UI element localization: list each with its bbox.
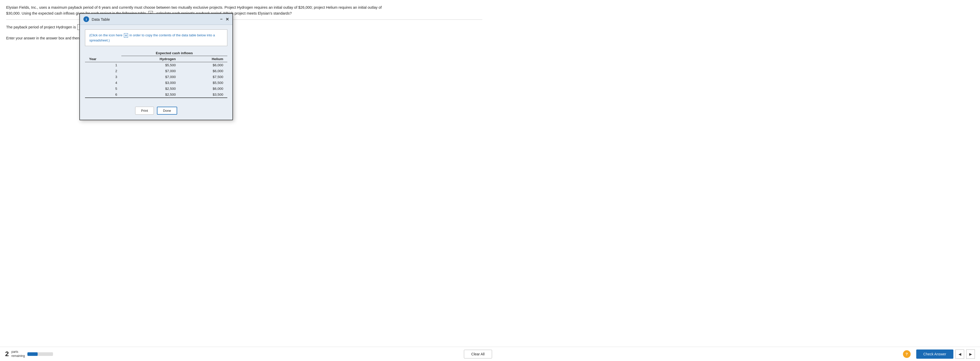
answer-row: The payback period of project Hydrogen i… — [6, 24, 484, 30]
cell-hydrogen: $2,500 — [121, 92, 180, 98]
col-year-header: Year — [85, 56, 121, 62]
cell-year: 2 — [85, 68, 121, 74]
modal-instruction: (Click on the icon here ⊞ in order to co… — [85, 29, 228, 46]
minimize-button[interactable]: − — [220, 17, 223, 21]
done-button[interactable]: Done — [157, 107, 177, 115]
modal-header: i Data Table − ✕ — [80, 14, 232, 25]
cell-hydrogen: $3,000 — [121, 80, 180, 86]
close-button[interactable]: ✕ — [226, 17, 229, 22]
problem-text-part1: Elysian Fields, Inc., uses a maximum pay… — [6, 5, 382, 10]
table-row: 6$2,500$3,500 — [85, 92, 228, 98]
col-helium-header: Helium — [180, 56, 228, 62]
cell-hydrogen: $5,500 — [121, 62, 180, 68]
table-row: 5$2,500$6,000 — [85, 86, 228, 92]
table-row: 4$3,000$5,500 — [85, 80, 228, 86]
print-button[interactable]: Print — [135, 107, 154, 115]
col-hydrogen-header: Hydrogen — [121, 56, 180, 62]
main-content: Elysian Fields, Inc., uses a maximum pay… — [0, 0, 490, 40]
expected-cash-inflows-header: Expected cash inflows — [121, 50, 228, 56]
cell-year: 5 — [85, 86, 121, 92]
cell-year: 1 — [85, 62, 121, 68]
modal-body: (Click on the icon here ⊞ in order to co… — [80, 25, 232, 103]
cell-helium: $6,000 — [180, 62, 228, 68]
cell-helium: $6,000 — [180, 86, 228, 92]
copy-icon[interactable]: ⊞ — [124, 33, 128, 38]
cell-helium: $3,500 — [180, 92, 228, 98]
problem-text-part4: Which project meets Elysian's standards? — [223, 11, 292, 15]
cell-helium: $7,500 — [180, 74, 228, 80]
data-table: Expected cash inflows Year Hydrogen Heli… — [85, 50, 228, 98]
problem-text: Elysian Fields, Inc., uses a maximum pay… — [6, 5, 482, 20]
cell-year: 6 — [85, 92, 121, 98]
table-row: 1$5,500$6,000 — [85, 62, 228, 68]
cell-helium: $5,500 — [180, 80, 228, 86]
modal-title: Data Table — [92, 17, 218, 22]
cell-year: 3 — [85, 74, 121, 80]
info-icon: i — [83, 16, 89, 22]
cell-hydrogen: $7,000 — [121, 74, 180, 80]
cell-hydrogen: $2,500 — [121, 86, 180, 92]
answer-label-before: The payback period of project Hydrogen i… — [6, 25, 76, 29]
cell-year: 4 — [85, 80, 121, 86]
cell-helium: $6,000 — [180, 68, 228, 74]
table-row: 2$7,000$6,000 — [85, 68, 228, 74]
instruction-text1: (Click on the icon here — [89, 33, 123, 37]
table-row: 3$7,000$7,500 — [85, 74, 228, 80]
modal-controls: − ✕ — [220, 17, 229, 22]
enter-answer-instruction: Enter your answer in the answer box and … — [6, 36, 484, 40]
col-year-header-empty — [85, 50, 121, 56]
cell-hydrogen: $7,000 — [121, 68, 180, 74]
modal-footer: Print Done — [80, 103, 232, 120]
data-table-modal: i Data Table − ✕ (Click on the icon here… — [80, 13, 233, 120]
